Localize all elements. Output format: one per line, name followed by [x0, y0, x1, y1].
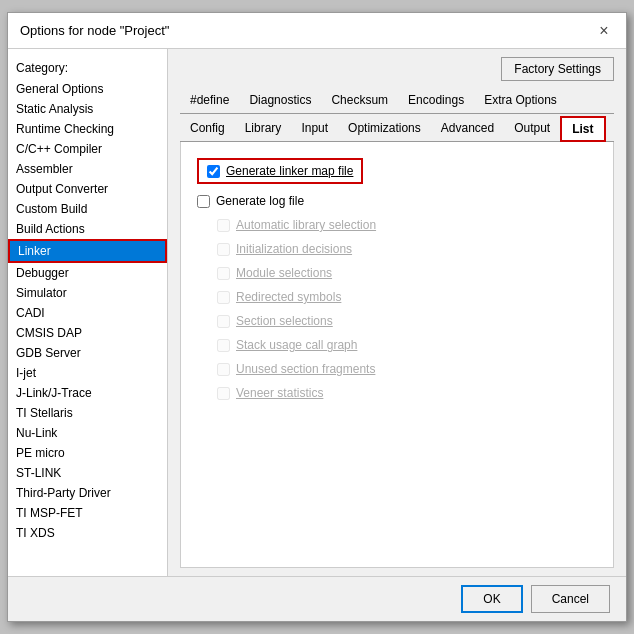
sidebar-item-st-link[interactable]: ST-LINK [8, 463, 167, 483]
module-selections-row: Module selections [217, 266, 597, 280]
sidebar-item-cadi[interactable]: CADI [8, 303, 167, 323]
automatic-library-row: Automatic library selection [217, 218, 597, 232]
section-selections-label: Section selections [236, 314, 333, 328]
stack-usage-row: Stack usage call graph [217, 338, 597, 352]
generate-log-checkbox[interactable] [197, 195, 210, 208]
sidebar-item-runtime-checking[interactable]: Runtime Checking [8, 119, 167, 139]
generate-log-label: Generate log file [216, 194, 304, 208]
sidebar-item-debugger[interactable]: Debugger [8, 263, 167, 283]
sidebar-item-cmsis-dap[interactable]: CMSIS DAP [8, 323, 167, 343]
generate-log-row: Generate log file [197, 194, 597, 208]
dialog-body: Category: General Options Static Analysi… [8, 49, 626, 576]
sidebar-item-output-converter[interactable]: Output Converter [8, 179, 167, 199]
sidebar-item-ti-xds[interactable]: TI XDS [8, 523, 167, 543]
sidebar-item-third-party-driver[interactable]: Third-Party Driver [8, 483, 167, 503]
tab-define[interactable]: #define [180, 89, 239, 113]
ok-button[interactable]: OK [461, 585, 522, 613]
automatic-library-label: Automatic library selection [236, 218, 376, 232]
tabs-row1: #define Diagnostics Checksum Encodings E… [180, 89, 614, 114]
initialization-decisions-label: Initialization decisions [236, 242, 352, 256]
sidebar-item-pe-micro[interactable]: PE micro [8, 443, 167, 463]
category-label: Category: [8, 57, 167, 79]
tab-encodings[interactable]: Encodings [398, 89, 474, 113]
sidebar-item-nu-link[interactable]: Nu-Link [8, 423, 167, 443]
sidebar-item-linker[interactable]: Linker [8, 239, 167, 263]
sidebar-item-custom-build[interactable]: Custom Build [8, 199, 167, 219]
unused-section-row: Unused section fragments [217, 362, 597, 376]
veneer-statistics-checkbox[interactable] [217, 387, 230, 400]
tab-list[interactable]: List [560, 116, 605, 142]
redirected-symbols-label: Redirected symbols [236, 290, 341, 304]
tab-checksum[interactable]: Checksum [321, 89, 398, 113]
tab-library[interactable]: Library [235, 116, 292, 141]
sidebar-item-static-analysis[interactable]: Static Analysis [8, 99, 167, 119]
sidebar-item-ti-msp-fet[interactable]: TI MSP-FET [8, 503, 167, 523]
tab-input[interactable]: Input [291, 116, 338, 141]
initialization-decisions-row: Initialization decisions [217, 242, 597, 256]
tab-output[interactable]: Output [504, 116, 560, 141]
unused-section-checkbox[interactable] [217, 363, 230, 376]
tab-diagnostics[interactable]: Diagnostics [239, 89, 321, 113]
stack-usage-checkbox[interactable] [217, 339, 230, 352]
cancel-button[interactable]: Cancel [531, 585, 610, 613]
automatic-library-checkbox[interactable] [217, 219, 230, 232]
dialog: Options for node "Project" × Category: G… [7, 12, 627, 622]
module-selections-label: Module selections [236, 266, 332, 280]
panel: Generate linker map file Generate log fi… [180, 142, 614, 568]
factory-settings-button[interactable]: Factory Settings [501, 57, 614, 81]
sidebar-item-ti-stellaris[interactable]: TI Stellaris [8, 403, 167, 423]
title-bar: Options for node "Project" × [8, 13, 626, 49]
main-content: Factory Settings #define Diagnostics Che… [168, 49, 626, 576]
tab-advanced[interactable]: Advanced [431, 116, 504, 141]
generate-linker-map-label: Generate linker map file [226, 164, 353, 178]
tabs-row2: Config Library Input Optimizations Advan… [180, 116, 614, 142]
tab-config[interactable]: Config [180, 116, 235, 141]
section-selections-checkbox[interactable] [217, 315, 230, 328]
sidebar-item-general-options[interactable]: General Options [8, 79, 167, 99]
sidebar-item-jlink-jtrace[interactable]: J-Link/J-Trace [8, 383, 167, 403]
sidebar-item-c-cpp-compiler[interactable]: C/C++ Compiler [8, 139, 167, 159]
sidebar-item-simulator[interactable]: Simulator [8, 283, 167, 303]
sidebar-item-build-actions[interactable]: Build Actions [8, 219, 167, 239]
generate-linker-map-group: Generate linker map file [197, 158, 363, 184]
dialog-title: Options for node "Project" [20, 23, 169, 38]
tab-optimizations[interactable]: Optimizations [338, 116, 431, 141]
veneer-statistics-label: Veneer statistics [236, 386, 323, 400]
redirected-symbols-checkbox[interactable] [217, 291, 230, 304]
module-selections-checkbox[interactable] [217, 267, 230, 280]
unused-section-label: Unused section fragments [236, 362, 375, 376]
sidebar: Category: General Options Static Analysi… [8, 49, 168, 576]
close-button[interactable]: × [594, 21, 614, 41]
section-selections-row: Section selections [217, 314, 597, 328]
veneer-statistics-row: Veneer statistics [217, 386, 597, 400]
initialization-decisions-checkbox[interactable] [217, 243, 230, 256]
stack-usage-label: Stack usage call graph [236, 338, 357, 352]
sidebar-item-assembler[interactable]: Assembler [8, 159, 167, 179]
sidebar-item-i-jet[interactable]: I-jet [8, 363, 167, 383]
tab-extra-options[interactable]: Extra Options [474, 89, 567, 113]
redirected-symbols-row: Redirected symbols [217, 290, 597, 304]
sidebar-item-gdb-server[interactable]: GDB Server [8, 343, 167, 363]
factory-settings-row: Factory Settings [180, 57, 614, 81]
generate-linker-map-checkbox[interactable] [207, 165, 220, 178]
dialog-footer: OK Cancel [8, 576, 626, 621]
